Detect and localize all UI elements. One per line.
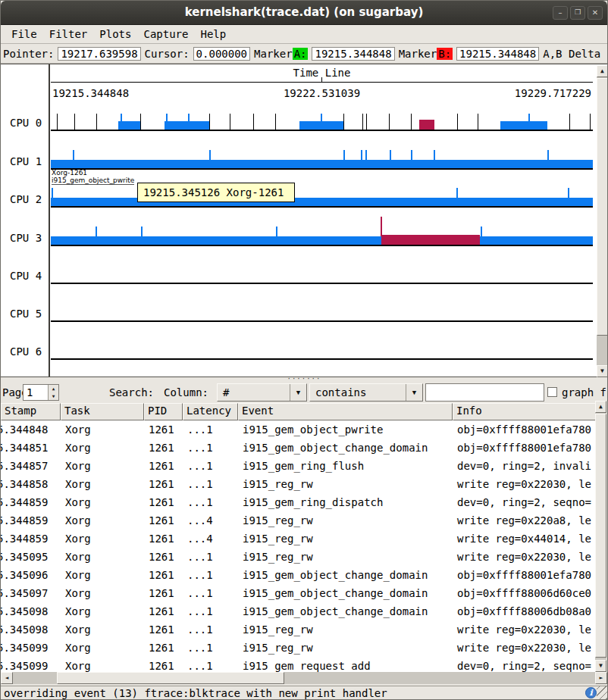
event-tick: [96, 227, 97, 236]
cell-pid: 1261: [144, 566, 183, 584]
scroll-down-icon[interactable]: ▼: [597, 365, 608, 377]
scroll-down-icon[interactable]: ▼: [595, 660, 606, 672]
cell-stamp: 5.344859: [1, 530, 61, 548]
column-header-stamp[interactable]: Stamp: [1, 403, 61, 420]
table-row[interactable]: 5.345095Xorg1261...1i915_reg_rwwrite reg…: [1, 548, 597, 566]
cell-latency: ...1: [183, 602, 238, 620]
pointer-value: 19217.639598: [58, 47, 140, 61]
info-icon[interactable]: i: [585, 687, 597, 698]
table-row[interactable]: 5.345099Xorg1261...1i915_gem_request_add…: [1, 657, 597, 672]
cell-info: write reg=0x22030, le: [453, 548, 597, 566]
match-select[interactable]: contains ▼: [309, 383, 423, 402]
scroll-up-icon[interactable]: ▲: [597, 65, 608, 77]
event-tick: [569, 114, 570, 130]
table-row[interactable]: 5.345096Xorg1261...1i915_gem_object_chan…: [1, 566, 597, 584]
spin-up-icon[interactable]: ▲: [49, 385, 58, 392]
event-tick: [362, 114, 363, 130]
cell-stamp: 5.344859: [1, 511, 61, 530]
status-message: overriding event (13) ftrace:blktrace wi…: [4, 687, 387, 699]
cell-info: obj=0xffff88001efa780: [453, 566, 597, 584]
table-row[interactable]: 5.344851Xorg1261...1i915_gem_object_chan…: [1, 439, 597, 457]
table-row[interactable]: 5.344859Xorg1261...1i915_gem_ring_dispat…: [1, 493, 597, 511]
timeline-tooltip: 19215.345126 Xorg-1261: [137, 183, 295, 202]
maximize-button[interactable]: ❒: [570, 6, 585, 20]
graph-vscroll-thumb[interactable]: [597, 78, 608, 336]
event-tick: [361, 150, 362, 160]
table-row[interactable]: 5.344859Xorg1261...4i915_reg_rwwrite reg…: [1, 530, 597, 548]
column-header-latency[interactable]: Latency: [183, 403, 238, 420]
cell-stamp: 5.344859: [1, 493, 61, 511]
event-tick: [478, 114, 478, 130]
graph-pane: Time Line 19215.344848 19222.531039 1922…: [1, 64, 608, 377]
search-bar: Page ▲ ▼ Search: Column: # ▼ contains ▼ …: [1, 382, 607, 403]
table-hscroll-thumb[interactable]: [57, 672, 284, 684]
column-header-task[interactable]: Task: [61, 403, 144, 420]
cell-stamp: 5.345095: [1, 548, 61, 566]
table-row[interactable]: 5.345097Xorg1261...1i915_gem_object_chan…: [1, 584, 597, 602]
cpu-label: CPU 3: [10, 232, 42, 244]
delta-label: A,B Delta: [543, 48, 600, 60]
close-button[interactable]: ✕: [588, 6, 603, 20]
event-tick: [209, 150, 211, 160]
table-vscroll-thumb[interactable]: [595, 414, 606, 658]
cell-task: Xorg: [61, 657, 144, 672]
cpu-baseline: [51, 283, 593, 284]
column-header-info[interactable]: Info: [453, 403, 597, 420]
table-row[interactable]: 5.344848Xorg1261...1i915_gem_object_pwri…: [1, 420, 597, 439]
title-bar[interactable]: kernelshark(trace.dat) (on sugarbay) – ❒…: [1, 1, 607, 25]
resize-grip-icon[interactable]: [597, 686, 607, 700]
column-select[interactable]: # ▼: [217, 383, 307, 402]
task-bar-blue: [500, 121, 547, 130]
cell-latency: ...1: [183, 548, 238, 566]
table-hscrollbar[interactable]: ◄ ►: [1, 672, 607, 684]
event-tick: [275, 114, 276, 130]
table-row[interactable]: 5.345098Xorg1261...1i915_reg_rwwrite reg…: [1, 620, 597, 639]
event-tick: [568, 188, 569, 198]
spin-down-icon[interactable]: ▼: [49, 392, 58, 400]
column-header-pid[interactable]: PID: [144, 403, 183, 420]
graph-follows-checkbox[interactable]: [547, 387, 557, 397]
event-table: 5.344848Xorg1261...1i915_gem_object_pwri…: [1, 420, 597, 672]
table-vscrollbar[interactable]: ▲ ▼: [595, 401, 606, 672]
table-row[interactable]: 5.345098Xorg1261...1i915_gem_object_chan…: [1, 602, 597, 620]
event-tick: [457, 114, 458, 130]
cell-stamp: 5.344857: [1, 457, 61, 475]
match-select-value: contains: [315, 384, 366, 401]
table-row[interactable]: 5.344857Xorg1261...1i915_gem_ring_flushd…: [1, 457, 597, 475]
cell-latency: ...1: [183, 420, 238, 439]
cell-pid: 1261: [144, 530, 183, 548]
table-row[interactable]: 5.345099Xorg1261...1i915_reg_rwwrite reg…: [1, 639, 597, 657]
timeline-plot[interactable]: Time Line 19215.344848 19222.531039 1922…: [51, 64, 593, 377]
scroll-left-icon[interactable]: ◄: [1, 672, 13, 684]
event-tick: [57, 114, 58, 130]
cell-event: i915_gem_object_pwrite: [238, 420, 453, 439]
marker-b-chip: B:: [437, 48, 453, 60]
column-label: Column:: [164, 386, 208, 398]
chevron-down-icon[interactable]: ▼: [290, 384, 306, 401]
chevron-down-icon[interactable]: ▼: [406, 384, 422, 401]
event-tick: [389, 114, 390, 130]
table-row[interactable]: 5.344858Xorg1261...1i915_reg_rwwrite reg…: [1, 475, 597, 493]
task-bar-blue: [51, 160, 593, 168]
search-input[interactable]: [425, 383, 544, 402]
minimize-button[interactable]: –: [553, 6, 568, 20]
cpu-label: CPU 5: [10, 308, 42, 320]
menu-item-filter[interactable]: Filter: [43, 27, 94, 42]
kernelshark-window: kernelshark(trace.dat) (on sugarbay) – ❒…: [0, 0, 608, 700]
column-header-event[interactable]: Event: [238, 403, 453, 420]
graph-vscrollbar[interactable]: ▲ ▼: [597, 65, 608, 377]
page-input[interactable]: [24, 386, 48, 399]
hover-task-label: Xorg-1261: [52, 169, 87, 177]
task-bar-blue: [299, 121, 343, 130]
menu-bar: FileFilterPlotsCaptureHelp: [1, 25, 607, 44]
menu-item-plots[interactable]: Plots: [93, 27, 137, 42]
event-tick: [456, 188, 458, 198]
menu-item-help[interactable]: Help: [194, 27, 232, 42]
menu-item-file[interactable]: File: [5, 27, 43, 42]
cell-task: Xorg: [61, 420, 144, 439]
scroll-up-icon[interactable]: ▲: [595, 401, 606, 413]
marker-a-label: Marker: [254, 48, 293, 60]
scroll-right-icon[interactable]: ►: [595, 672, 607, 684]
table-row[interactable]: 5.344859Xorg1261...4i915_reg_rwwrite reg…: [1, 511, 597, 530]
menu-item-capture[interactable]: Capture: [137, 27, 194, 42]
